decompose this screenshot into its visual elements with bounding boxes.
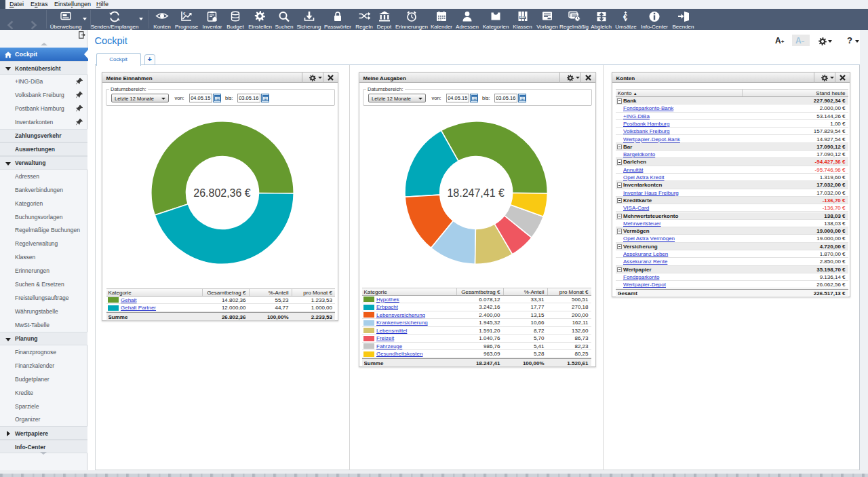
svg-text:€: € xyxy=(183,12,186,16)
svg-text:ABC: ABC xyxy=(519,16,526,19)
